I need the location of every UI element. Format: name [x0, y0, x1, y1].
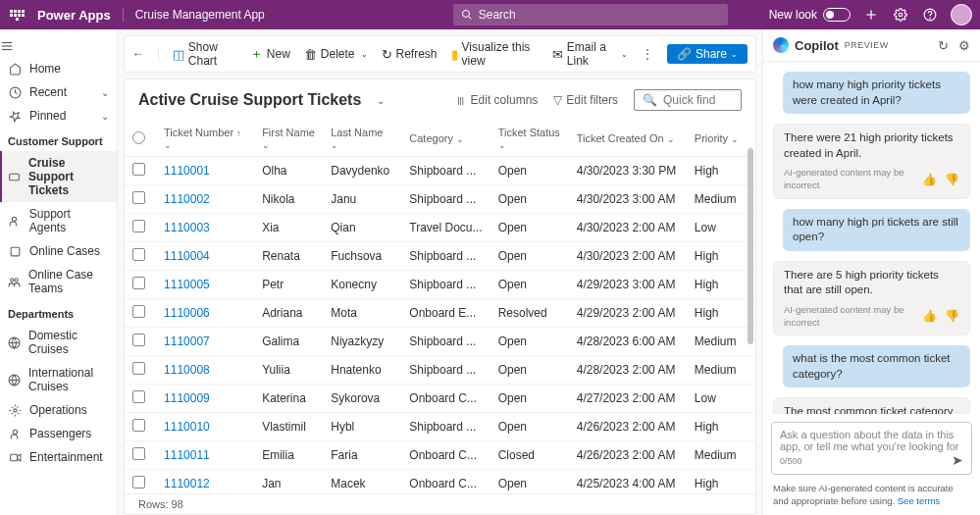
- row-checkbox[interactable]: [132, 277, 145, 289]
- cell-priority: High: [687, 413, 755, 441]
- nav-item-recent[interactable]: Recent⌄: [0, 80, 117, 104]
- thumbs-down-icon[interactable]: 👎: [945, 172, 959, 187]
- ticket-number-link[interactable]: 1110009: [156, 385, 254, 413]
- hamburger-icon[interactable]: [0, 35, 27, 57]
- cell-status: Open: [490, 214, 569, 242]
- row-checkbox[interactable]: [132, 476, 145, 489]
- ticket-number-link[interactable]: 1110004: [156, 242, 254, 271]
- new-button[interactable]: ＋New: [250, 45, 290, 63]
- table-row[interactable]: 1110005 Petr Konecny Shipboard ... Open …: [125, 271, 755, 299]
- row-checkbox[interactable]: [132, 305, 145, 318]
- row-checkbox[interactable]: [132, 419, 145, 432]
- table-row[interactable]: 1110009 Katerina Sykorova Onboard C... O…: [125, 385, 755, 413]
- thumbs-up-icon[interactable]: 👍: [922, 172, 937, 187]
- nav-label: Domestic Cruises: [28, 329, 109, 356]
- col-ticket-number[interactable]: Ticket Number ↑ ⌄: [156, 121, 254, 157]
- ticket-number-link[interactable]: 1110010: [156, 413, 254, 441]
- table-row[interactable]: 1110010 Vlastimil Hybl Shipboard ... Ope…: [125, 413, 755, 441]
- nav-item-entertainment[interactable]: Entertainment: [0, 445, 117, 469]
- show-chart-button[interactable]: ◫Show Chart: [173, 40, 236, 68]
- ticket-number-link[interactable]: 1110006: [156, 299, 254, 328]
- new-look-toggle[interactable]: New look: [769, 8, 851, 22]
- chevron-down-icon: ⌄: [101, 111, 109, 122]
- copilot-input[interactable]: Ask a question about the data in this ap…: [771, 422, 972, 475]
- edit-columns-button[interactable]: ⫼Edit columns: [455, 93, 539, 107]
- nav-item-online-case-teams[interactable]: Online Case Teams: [0, 263, 117, 300]
- nav-item-pinned[interactable]: Pinned⌄: [0, 104, 117, 128]
- nav-item-international-cruises[interactable]: International Cruises: [0, 361, 117, 398]
- overflow-icon[interactable]: ⋮: [642, 47, 653, 61]
- scrollbar[interactable]: [748, 148, 753, 344]
- thumbs-up-icon[interactable]: 👍: [922, 308, 937, 324]
- edit-filters-button[interactable]: ▽Edit filters: [553, 93, 618, 107]
- share-button[interactable]: 🔗Share⌄: [667, 44, 748, 64]
- quick-find-input[interactable]: [663, 93, 733, 107]
- col-ticket-created[interactable]: Ticket Created On ⌄: [569, 121, 687, 157]
- ticket-number-link[interactable]: 1110012: [156, 470, 254, 494]
- table-row[interactable]: 1110002 Nikola Janu Shipboard ... Open 4…: [125, 185, 755, 214]
- quick-find[interactable]: 🔍: [634, 89, 742, 111]
- col-ticket-status[interactable]: Ticket Status ⌄: [490, 121, 569, 157]
- refresh-icon[interactable]: ↻: [938, 38, 949, 53]
- back-button[interactable]: ←: [132, 47, 144, 61]
- visualize-button[interactable]: ▮Visualize this view: [451, 40, 539, 68]
- ticket-number-link[interactable]: 1110003: [156, 214, 254, 242]
- view-title[interactable]: Active Cruise Support Tickets: [138, 91, 361, 109]
- app-launcher-icon[interactable]: [8, 6, 26, 24]
- row-checkbox[interactable]: [132, 163, 145, 176]
- chevron-down-icon[interactable]: ⌄: [377, 95, 385, 106]
- table-row[interactable]: 1110012 Jan Macek Onboard C... Open 4/25…: [125, 470, 755, 494]
- row-checkbox[interactable]: [132, 220, 145, 232]
- table-row[interactable]: 1110007 Galima Niyazkyzy Shipboard ... O…: [125, 328, 755, 356]
- gear-icon[interactable]: ⚙: [958, 38, 970, 53]
- table-row[interactable]: 1110006 Adriana Mota Onboard E... Resolv…: [125, 299, 755, 328]
- gear-icon[interactable]: [892, 6, 909, 24]
- row-checkbox[interactable]: [132, 390, 145, 403]
- nav-item-cruise-support-tickets[interactable]: Cruise Support Tickets: [0, 151, 117, 202]
- col-priority[interactable]: Priority ⌄: [687, 121, 755, 157]
- ticket-number-link[interactable]: 1110007: [156, 328, 254, 356]
- col-category[interactable]: Category ⌄: [401, 121, 490, 157]
- avatar[interactable]: [951, 4, 972, 26]
- col-last-name[interactable]: Last Name ⌄: [323, 121, 401, 157]
- toggle-icon[interactable]: [823, 8, 851, 22]
- user-message: how many high priority tickets were crea…: [783, 72, 970, 114]
- table-row[interactable]: 1110004 Renata Fuchsova Shipboard ... Op…: [125, 242, 755, 271]
- table-row[interactable]: 1110008 Yuliia Hnatenko Shipboard ... Op…: [125, 356, 755, 385]
- row-checkbox[interactable]: [132, 191, 145, 204]
- nav-item-support-agents[interactable]: Support Agents: [0, 202, 117, 239]
- row-checkbox[interactable]: [132, 334, 145, 346]
- nav-item-home[interactable]: Home: [0, 57, 117, 80]
- row-checkbox[interactable]: [132, 362, 145, 375]
- ticket-number-link[interactable]: 1110002: [156, 185, 254, 214]
- ticket-number-link[interactable]: 1110005: [156, 271, 254, 299]
- ticket-number-link[interactable]: 1110008: [156, 356, 254, 385]
- row-checkbox[interactable]: [132, 447, 145, 460]
- refresh-button[interactable]: ↻Refresh: [382, 47, 438, 62]
- email-link-button[interactable]: ✉Email a Link⌄: [552, 40, 628, 68]
- nav-item-passengers[interactable]: Passengers: [0, 422, 117, 445]
- table-row[interactable]: 1110011 Emilia Faria Onboard C... Closed…: [125, 441, 755, 470]
- select-all-checkbox[interactable]: [132, 131, 145, 144]
- global-search[interactable]: [453, 4, 728, 26]
- ticket-number-link[interactable]: 1110011: [156, 441, 254, 470]
- send-icon[interactable]: ➤: [952, 452, 963, 468]
- table-row[interactable]: 1110001 Olha Davydenko Shipboard ... Ope…: [125, 157, 755, 185]
- ticket-number-link[interactable]: 1110001: [156, 157, 254, 185]
- delete-button[interactable]: 🗑Delete⌄: [304, 47, 368, 62]
- see-terms-link[interactable]: See terms: [898, 495, 940, 506]
- add-icon[interactable]: [862, 6, 880, 24]
- nav-item-operations[interactable]: Operations: [0, 398, 117, 422]
- help-icon[interactable]: [921, 6, 939, 24]
- nav-item-domestic-cruises[interactable]: Domestic Cruises: [0, 324, 117, 361]
- search-input[interactable]: [479, 8, 720, 22]
- thumbs-down-icon[interactable]: 👎: [945, 308, 959, 324]
- row-checkbox[interactable]: [132, 248, 145, 261]
- command-bar: ← ◫Show Chart ＋New 🗑Delete⌄ ↻Refresh ▮Vi…: [124, 35, 756, 73]
- cell-priority: Medium: [687, 356, 755, 385]
- nav-label: Home: [29, 62, 61, 76]
- ai-text: The most common ticket category is Shipb…: [784, 404, 959, 414]
- col-first-name[interactable]: First Name ⌄: [254, 121, 323, 157]
- nav-item-online-cases[interactable]: Online Cases: [0, 239, 117, 263]
- table-row[interactable]: 1110003 Xia Qian Travel Docu... Open 4/3…: [125, 214, 755, 242]
